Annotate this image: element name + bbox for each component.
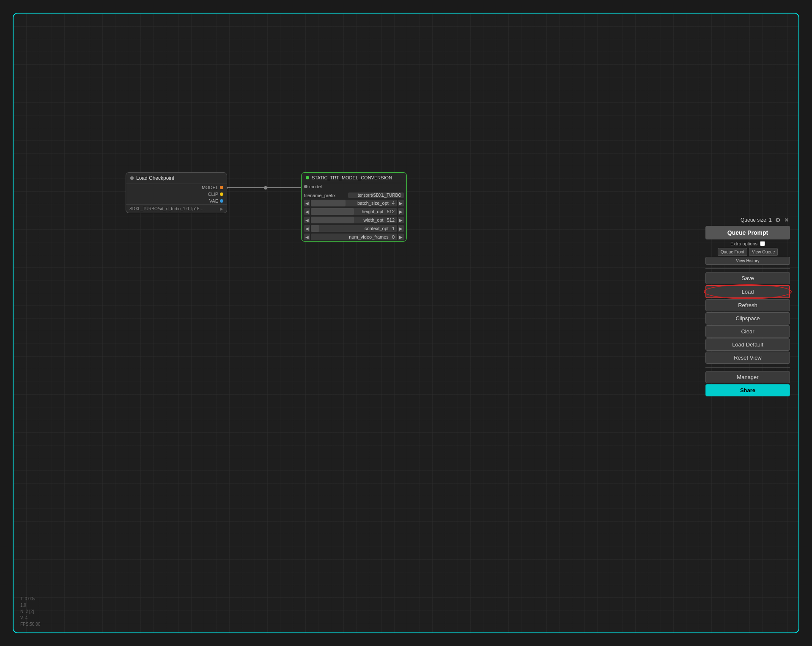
trt-model-input: model [302, 183, 406, 190]
height-value: 512 [387, 209, 395, 214]
view-history-button[interactable]: View History [705, 257, 790, 265]
extra-options-row: Extra options [705, 240, 790, 247]
filename-prefix-value: tensorrt/SDXL_TURBO [348, 192, 404, 198]
stat-line1: 1.0 [20, 602, 40, 608]
queue-prompt-button[interactable]: Queue Prompt [705, 226, 790, 239]
width-opt-row[interactable]: ◀ width_opt 512 ▶ [302, 216, 406, 224]
nvf-track: num_video_frames 0 [311, 234, 397, 240]
stat-v: V: 4 [20, 615, 40, 621]
model-connector [220, 186, 223, 189]
context-right[interactable]: ▶ [398, 225, 404, 232]
context-value: 1 [392, 226, 395, 231]
queue-size-label: Queue size: 1 [741, 217, 772, 223]
view-queue-button[interactable]: View Queue [749, 248, 778, 256]
reset-view-button[interactable]: Reset View [705, 352, 790, 364]
context-left[interactable]: ◀ [304, 225, 310, 232]
load-checkpoint-title: Load Checkpoint [126, 173, 227, 184]
clip-connector [220, 192, 223, 196]
stat-n: N: 2 [2] [20, 608, 40, 615]
trt-title-label: STATIC_TRT_MODEL_CONVERSION [312, 175, 392, 180]
node-status-dot [130, 176, 134, 180]
trt-model-connector [304, 185, 307, 188]
load-button[interactable]: Load [705, 285, 790, 298]
clip-output-row: CLIP [126, 191, 227, 198]
width-left[interactable]: ◀ [304, 217, 310, 223]
trt-filename-row: filename_prefix tensorrt/SDXL_TURBO [302, 192, 406, 199]
model-output-row: MODEL [126, 184, 227, 191]
checkpoint-file-row[interactable]: SDXL_TURBO/sd_xl_turbo_1.0_fp16.safetens… [126, 204, 227, 213]
load-checkpoint-node: Load Checkpoint MODEL CLIP VAE SDXL_TURB… [126, 172, 227, 213]
stats-panel: T: 0.00s 1.0 N: 2 [2] V: 4 FPS:50.00 [20, 596, 40, 627]
filename-prefix-label: filename_prefix [304, 193, 346, 198]
nvf-value: 0 [392, 234, 395, 239]
clipspace-button[interactable]: Clipspace [705, 312, 790, 324]
divider-2 [705, 367, 790, 368]
extra-options-checkbox[interactable] [760, 241, 765, 246]
trt-model-label: model [309, 184, 322, 189]
num-video-frames-row[interactable]: ◀ num_video_frames 0 ▶ [302, 233, 406, 241]
vae-connector [220, 199, 223, 203]
model-label: MODEL [202, 185, 218, 190]
stat-t: T: 0.00s [20, 596, 40, 602]
stat-fps: FPS:50.00 [20, 621, 40, 627]
height-track: height_opt 512 [311, 208, 397, 215]
width-track: width_opt 512 [311, 217, 397, 223]
width-label: width_opt [364, 217, 384, 223]
trt-node: STATIC_TRT_MODEL_CONVERSION model filena… [301, 172, 407, 242]
main-canvas: Load Checkpoint MODEL CLIP VAE SDXL_TURB… [13, 13, 799, 633]
queue-front-button[interactable]: Queue Front [718, 248, 747, 256]
file-arrow: ▶ [220, 206, 223, 211]
vae-output-row: VAE [126, 198, 227, 204]
clear-button[interactable]: Clear [705, 325, 790, 338]
load-highlight-oval [704, 284, 792, 299]
height-opt-row[interactable]: ◀ height_opt 512 ▶ [302, 207, 406, 216]
checkpoint-file: SDXL_TURBO/sd_xl_turbo_1.0_fp16.safetens… [129, 206, 206, 211]
vae-label: VAE [209, 198, 218, 203]
extra-options-label: Extra options [730, 241, 757, 246]
share-button[interactable]: Share [705, 384, 790, 396]
trt-status-dot [306, 176, 309, 179]
load-default-button[interactable]: Load Default [705, 338, 790, 351]
trt-node-title: STATIC_TRT_MODEL_CONVERSION [302, 173, 406, 183]
gear-icon[interactable]: ⚙ [774, 217, 782, 223]
batch-size-track: batch_size_opt 4 [311, 200, 397, 206]
queue-header: Queue size: 1 ⚙ ✕ [705, 217, 790, 223]
batch-size-value: 4 [392, 201, 395, 206]
queue-header-icons: ⚙ ✕ [774, 217, 790, 223]
manager-button[interactable]: Manager [705, 371, 790, 383]
batch-size-label: batch_size_opt [357, 201, 389, 206]
batch-size-left[interactable]: ◀ [304, 200, 310, 206]
queue-sub-buttons: Queue Front View Queue [705, 248, 790, 256]
nvf-left[interactable]: ◀ [304, 234, 310, 240]
refresh-button[interactable]: Refresh [705, 299, 790, 311]
divider-1 [705, 268, 790, 269]
nvf-right[interactable]: ▶ [398, 234, 404, 240]
width-value: 512 [387, 217, 395, 223]
batch-size-right[interactable]: ▶ [398, 200, 404, 206]
node-title-label: Load Checkpoint [136, 175, 174, 181]
canvas-background [14, 14, 798, 632]
height-right[interactable]: ▶ [398, 208, 404, 215]
batch-size-row[interactable]: ◀ batch_size_opt 4 ▶ [302, 199, 406, 207]
sidebar-panel: Queue size: 1 ⚙ ✕ Queue Prompt Extra opt… [705, 217, 790, 396]
context-label: context_opt [365, 226, 389, 231]
clip-label: CLIP [208, 192, 218, 197]
height-left[interactable]: ◀ [304, 208, 310, 215]
nvf-label: num_video_frames [349, 234, 389, 239]
close-icon[interactable]: ✕ [783, 217, 790, 223]
save-button[interactable]: Save [705, 272, 790, 284]
context-track: context_opt 1 [311, 225, 397, 232]
context-opt-row[interactable]: ◀ context_opt 1 ▶ [302, 224, 406, 233]
height-label: height_opt [362, 209, 383, 214]
width-right[interactable]: ▶ [398, 217, 404, 223]
